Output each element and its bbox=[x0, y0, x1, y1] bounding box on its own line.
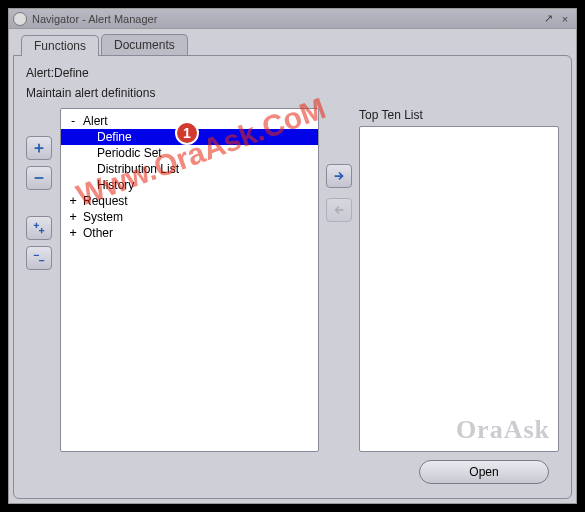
tab-functions[interactable]: Functions bbox=[21, 35, 99, 56]
navigator-window: Navigator - Alert Manager ↗ × Functions … bbox=[8, 8, 577, 504]
top-ten-list[interactable]: OraAsk bbox=[359, 126, 559, 452]
open-button[interactable]: Open bbox=[419, 460, 549, 484]
right-column: Top Ten List OraAsk bbox=[359, 108, 559, 452]
move-right-button[interactable] bbox=[326, 164, 352, 188]
breadcrumb: Alert:Define bbox=[26, 66, 559, 80]
tab-bar: Functions Documents bbox=[13, 33, 572, 55]
tree-node-distribution-list[interactable]: Distribution List bbox=[61, 161, 318, 177]
side-toolbar bbox=[26, 108, 54, 452]
body-row: -Alert Define Periodic Set Distribution … bbox=[26, 108, 559, 452]
expand-button[interactable] bbox=[26, 136, 52, 160]
tree-node-request[interactable]: +Request bbox=[61, 193, 318, 209]
close-icon[interactable]: × bbox=[558, 12, 572, 26]
tab-panel: Alert:Define Maintain alert definitions bbox=[13, 55, 572, 499]
corner-watermark: OraAsk bbox=[456, 415, 550, 445]
move-left-button bbox=[326, 198, 352, 222]
arrow-left-icon bbox=[332, 203, 346, 217]
arrow-right-icon bbox=[332, 169, 346, 183]
top-ten-label: Top Ten List bbox=[359, 108, 559, 122]
transfer-toolbar bbox=[325, 108, 353, 452]
minus-multi-icon bbox=[32, 251, 46, 265]
resize-icon[interactable]: ↗ bbox=[541, 12, 555, 26]
page-subtitle: Maintain alert definitions bbox=[26, 86, 559, 100]
tree-node-periodic-set[interactable]: Periodic Set bbox=[61, 145, 318, 161]
collapse-button[interactable] bbox=[26, 166, 52, 190]
function-tree[interactable]: -Alert Define Periodic Set Distribution … bbox=[60, 108, 319, 452]
footer-bar: Open bbox=[26, 452, 559, 488]
plus-multi-icon bbox=[32, 221, 46, 235]
tree-node-history[interactable]: History bbox=[61, 177, 318, 193]
expand-all-button[interactable] bbox=[26, 216, 52, 240]
tree-node-other[interactable]: +Other bbox=[61, 225, 318, 241]
content-area: Functions Documents Alert:Define Maintai… bbox=[9, 29, 576, 503]
titlebar: Navigator - Alert Manager ↗ × bbox=[9, 9, 576, 29]
app-icon bbox=[13, 12, 27, 26]
tab-documents[interactable]: Documents bbox=[101, 34, 188, 55]
callout-badge-1: 1 bbox=[175, 121, 199, 145]
collapse-all-button[interactable] bbox=[26, 246, 52, 270]
plus-icon bbox=[32, 141, 46, 155]
minus-icon bbox=[32, 171, 46, 185]
tree-node-system[interactable]: +System bbox=[61, 209, 318, 225]
window-title: Navigator - Alert Manager bbox=[32, 13, 157, 25]
